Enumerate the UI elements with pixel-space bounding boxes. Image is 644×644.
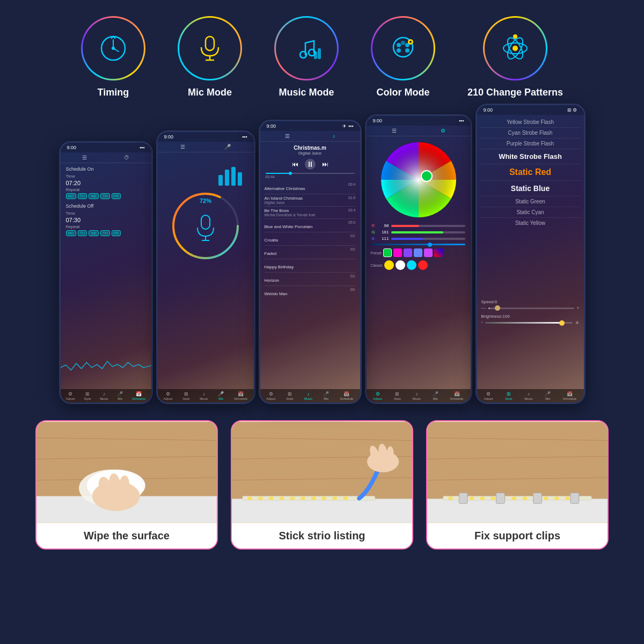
track-item: Be The Boss 02:4 Michal Dvoráček & Tomáš… [265,207,356,219]
svg-line-3 [113,48,119,52]
svg-rect-26 [218,175,223,186]
pattern-item-selected-orange: Static Red [480,164,581,181]
svg-text:72%: 72% [200,197,211,204]
rgb-controls: R 98 G 181 B 1 [367,223,471,241]
status-bar-3: 9:00 ✈ ▪▪▪ [260,121,360,131]
nav-2: ☰ 🎤 [158,142,254,152]
svg-rect-28 [231,167,236,186]
playback-controls: ⏮ ⏸ ⏭ [260,157,360,172]
install-card-stick: Stick strio listing [231,420,413,550]
svg-rect-78 [470,496,474,500]
mic-label: Mic Mode [188,87,232,98]
timing-icon [97,32,129,64]
svg-point-20 [409,41,412,43]
svg-rect-87 [565,496,569,500]
svg-point-24 [513,46,518,51]
svg-rect-71 [427,499,608,522]
track-item: Weirdo Man 00: [265,286,356,299]
svg-rect-33 [201,215,210,229]
track-item: Alternative Christmas 00:4 [265,181,356,194]
phone-patterns: 9:00 ⊞ ⚙ Yellow Strobe Flash Cyan Strobe… [475,104,586,404]
wipe-label: Wipe the surface [36,523,217,548]
wipe-illustration [36,421,217,523]
bottom-nav-5: ⚙ Adjust ⊞ Style ♪ Music 🎤 Mic [477,389,584,402]
color-icon [387,32,419,64]
atom-icon [499,32,531,64]
status-bar-4: 9:00 ▪▪▪ [367,116,471,126]
svg-rect-58 [269,496,273,500]
track-item: An Island Christmas 01:0 Digital Juice [265,194,356,207]
phone-mic: 9:00 ▪▪▪ ☰ 🎤 [156,130,255,404]
wipe-image [36,421,217,523]
svg-rect-91 [533,493,542,504]
music-info: Christmas.m Digital Juice [260,142,360,157]
svg-rect-63 [322,496,326,500]
top-features-bar: Timing Mic Mode [0,0,644,109]
pattern-item: Static Blue [480,181,581,196]
svg-rect-85 [544,496,548,500]
pattern-item: Yellow Strobe Flash [480,117,581,128]
days-off: MO TU WE TH FR [66,230,146,236]
status-bar-1: 9:00 ▪▪▪ [61,143,151,152]
feature-color: Color Mode [371,16,435,98]
svg-rect-29 [238,172,242,186]
svg-rect-86 [554,496,559,500]
phone-schedule: 9:00 ▪▪▪ ☰ ⏱ Schedule On Time 07:20 Repe… [59,141,153,404]
status-bar-5: 9:00 ⊞ ⚙ [477,105,584,115]
clips-label: Fix support clips [427,523,608,548]
clips-illustration [427,421,608,523]
equalizer-visual [216,159,248,191]
mic-circle [178,16,242,80]
pattern-item-selected-white: White Strobe Flash [480,149,581,164]
svg-rect-79 [480,496,485,500]
svg-rect-82 [512,496,516,500]
pattern-item: Static Yellow [480,218,581,228]
stick-image [232,421,412,523]
feature-patterns: 210 Change Patterns [467,16,563,98]
bottom-nav-4: ⚙ Adjust ⊞ Style ♪ Music 🎤 Mic [367,389,471,402]
svg-rect-76 [449,496,453,500]
svg-rect-27 [225,170,229,186]
timing-label: Timing [98,87,129,98]
install-cards-container: Wipe the surface [21,420,623,550]
svg-rect-12 [318,48,321,59]
music-label: Music Mode [279,87,334,98]
phones-showcase: 9:00 ▪▪▪ ☰ ⏱ Schedule On Time 07:20 Repe… [0,109,644,409]
bottom-nav-1: ⚙ Adjust ⊞ Style ♪ Music 🎤 Mic [61,389,151,402]
svg-rect-62 [311,496,316,500]
music-progress-bar: 00:44 [260,172,360,181]
svg-rect-6 [206,36,214,50]
days-on: MO TU WE TH FR [66,193,146,199]
svg-rect-64 [333,496,337,500]
color-circle [371,16,435,80]
bottom-nav-3: ⚙ Adjust ⊞ Style ♪ Music 🎤 Mic [260,389,360,402]
music-circle [274,16,339,80]
brightness-slider [367,243,471,246]
track-item: Happy Birthday [265,259,356,273]
track-item: Croatia 02: [265,232,356,246]
stick-label: Stick strio listing [232,523,412,548]
track-item: Faded 03: [265,246,356,259]
svg-rect-61 [301,496,305,500]
music-icon [290,32,323,64]
mic-ring-container: 72% [171,191,240,263]
svg-rect-11 [314,52,317,59]
svg-point-18 [401,41,405,45]
install-card-clips: Fix support clips [426,420,609,550]
svg-point-25 [513,34,517,39]
preset-colors: Preset [367,246,471,259]
svg-rect-80 [491,496,495,500]
svg-rect-51 [232,499,412,522]
color-label: Color Mode [376,87,429,98]
svg-rect-92 [570,493,579,504]
bottom-nav-2: ⚙ Adjust ⊞ Style ♪ Music 🎤 Mic [158,389,254,402]
brightness-control: Brightness:100 * ☀ [477,313,584,328]
installation-section: Wipe the surface [0,409,644,555]
stick-illustration [232,421,412,523]
feature-mic: Mic Mode [178,16,242,98]
clips-image [427,421,608,523]
install-card-wipe: Wipe the surface [35,420,218,550]
color-wheel-svg [378,140,459,220]
pattern-list: Yellow Strobe Flash Cyan Strobe Flash Pu… [477,115,584,297]
color-wheel-area [367,136,471,223]
